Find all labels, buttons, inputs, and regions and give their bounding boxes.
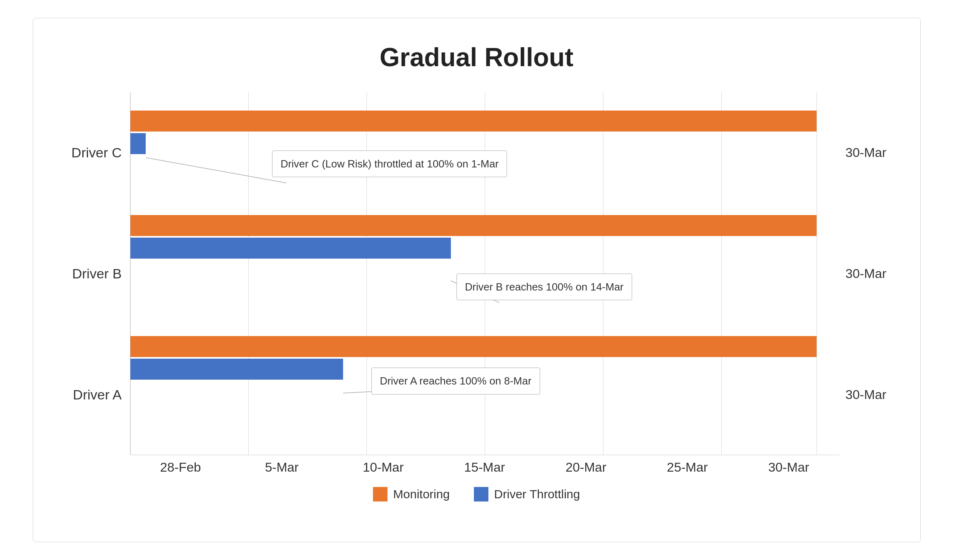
y-label-driverb: Driver B bbox=[65, 266, 122, 282]
y-axis-labels: Driver C Driver B Driver A bbox=[65, 92, 130, 455]
callout-driverc: Driver C (Low Risk) throttled at 100% on… bbox=[272, 150, 507, 177]
bars-grid: Driver C (Low Risk) throttled at 100% on… bbox=[130, 92, 840, 455]
x-label-1: 5-Mar bbox=[231, 460, 333, 475]
right-label-c: 30-Mar bbox=[846, 145, 888, 160]
legend-label-monitoring: Monitoring bbox=[393, 487, 450, 501]
legend-monitoring: Monitoring bbox=[373, 487, 450, 501]
legend-throttling: Driver Throttling bbox=[474, 487, 580, 501]
grid-1 bbox=[248, 92, 249, 455]
y-label-drivera: Driver A bbox=[65, 387, 122, 403]
x-axis: 28-Feb 5-Mar 10-Mar 15-Mar 20-Mar 25-Mar… bbox=[130, 455, 840, 475]
legend-swatch-orange bbox=[373, 487, 387, 501]
legend: Monitoring Driver Throttling bbox=[65, 487, 888, 501]
bar-drivera-blue bbox=[130, 359, 343, 380]
right-label-a: 30-Mar bbox=[846, 387, 888, 402]
chart-title: Gradual Rollout bbox=[65, 42, 888, 72]
grid-5 bbox=[721, 92, 722, 455]
x-label-2: 10-Mar bbox=[333, 460, 434, 475]
plot-area: Driver C Driver B Driver A bbox=[65, 92, 888, 455]
bar-driverc-orange bbox=[130, 111, 817, 132]
chart-container: Gradual Rollout Driver C Driver B Driver… bbox=[33, 18, 921, 542]
y-label-driverc: Driver C bbox=[65, 145, 122, 161]
bar-driverb-blue bbox=[130, 238, 451, 259]
grid-2 bbox=[367, 92, 367, 455]
grid-6 bbox=[817, 92, 817, 455]
chart-area: Driver C Driver B Driver A bbox=[65, 92, 888, 475]
x-label-5: 25-Mar bbox=[637, 460, 738, 475]
bar-driverb-orange bbox=[130, 215, 817, 236]
x-label-4: 20-Mar bbox=[535, 460, 637, 475]
x-label-6: 30-Mar bbox=[738, 460, 839, 475]
x-label-3: 15-Mar bbox=[434, 460, 535, 475]
bar-driverc-blue bbox=[130, 133, 146, 154]
right-label-b: 30-Mar bbox=[846, 266, 888, 281]
callout-drivera: Driver A reaches 100% on 8-Mar bbox=[371, 368, 540, 394]
legend-label-throttling: Driver Throttling bbox=[494, 487, 580, 501]
svg-line-0 bbox=[146, 158, 286, 183]
bar-drivera-orange bbox=[130, 336, 817, 357]
right-labels: 30-Mar 30-Mar 30-Mar bbox=[840, 92, 888, 455]
legend-swatch-blue bbox=[474, 487, 488, 501]
callout-driverb: Driver B reaches 100% on 14-Mar bbox=[457, 274, 632, 300]
x-label-0: 28-Feb bbox=[130, 460, 231, 475]
